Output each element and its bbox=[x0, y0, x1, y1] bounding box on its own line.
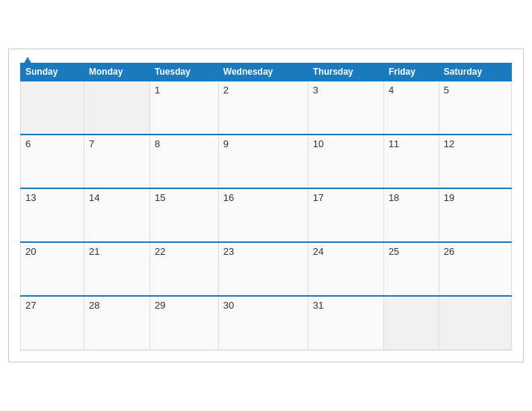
calendar-day-cell: 8 bbox=[150, 135, 219, 188]
day-number: 11 bbox=[389, 138, 399, 149]
calendar-day-cell: 9 bbox=[218, 135, 308, 188]
calendar-week-row: 6789101112 bbox=[21, 135, 512, 188]
calendar-day-cell: 3 bbox=[308, 81, 383, 135]
calendar-day-cell: 11 bbox=[383, 135, 439, 188]
day-number: 17 bbox=[313, 192, 324, 203]
weekday-header-tuesday: Tuesday bbox=[150, 64, 219, 81]
calendar-day-cell: 10 bbox=[308, 135, 383, 188]
calendar-day-cell bbox=[21, 81, 84, 135]
day-number: 8 bbox=[155, 138, 160, 149]
calendar-day-cell: 27 bbox=[21, 296, 84, 350]
calendar-week-row: 20212223242526 bbox=[21, 242, 512, 296]
day-number: 2 bbox=[223, 84, 229, 96]
day-number: 3 bbox=[313, 84, 318, 96]
day-number: 16 bbox=[223, 192, 234, 203]
day-number: 21 bbox=[89, 246, 99, 257]
calendar-day-cell: 20 bbox=[21, 242, 84, 296]
day-number: 7 bbox=[89, 138, 94, 149]
calendar-thead: SundayMondayTuesdayWednesdayThursdayFrid… bbox=[21, 64, 512, 81]
calendar-body: 1234567891011121314151617181920212223242… bbox=[21, 81, 512, 350]
calendar-day-cell: 14 bbox=[84, 188, 150, 242]
calendar-day-cell: 19 bbox=[439, 188, 511, 242]
weekday-header-thursday: Thursday bbox=[308, 64, 383, 81]
day-number: 14 bbox=[89, 192, 99, 203]
calendar-day-cell bbox=[439, 296, 511, 350]
calendar-day-cell: 12 bbox=[439, 135, 511, 188]
calendar-day-cell: 2 bbox=[218, 81, 308, 135]
weekday-header-monday: Monday bbox=[84, 64, 150, 81]
day-number: 5 bbox=[444, 84, 449, 96]
calendar-day-cell: 24 bbox=[308, 242, 383, 296]
calendar-day-cell: 16 bbox=[218, 188, 308, 242]
day-number: 13 bbox=[25, 192, 36, 203]
calendar-day-cell: 18 bbox=[383, 188, 439, 242]
day-number: 6 bbox=[25, 138, 31, 149]
weekday-header-row: SundayMondayTuesdayWednesdayThursdayFrid… bbox=[21, 64, 512, 81]
calendar-day-cell bbox=[84, 81, 150, 135]
day-number: 31 bbox=[313, 300, 324, 311]
calendar-week-row: 13141516171819 bbox=[21, 188, 512, 242]
logo-triangle-icon bbox=[22, 57, 33, 66]
calendar-day-cell: 15 bbox=[150, 188, 219, 242]
day-number: 4 bbox=[389, 84, 394, 96]
day-number: 9 bbox=[223, 138, 229, 149]
calendar-week-row: 2728293031 bbox=[21, 296, 512, 350]
calendar-container: SundayMondayTuesdayWednesdayThursdayFrid… bbox=[8, 49, 524, 362]
calendar-grid: SundayMondayTuesdayWednesdayThursdayFrid… bbox=[20, 63, 512, 350]
day-number: 10 bbox=[313, 138, 324, 149]
day-number: 24 bbox=[313, 246, 324, 257]
day-number: 28 bbox=[89, 300, 99, 311]
calendar-day-cell: 4 bbox=[383, 81, 439, 135]
calendar-day-cell: 22 bbox=[150, 242, 219, 296]
day-number: 25 bbox=[389, 246, 399, 257]
day-number: 12 bbox=[444, 138, 454, 149]
calendar-day-cell: 1 bbox=[150, 81, 219, 135]
day-number: 22 bbox=[155, 246, 165, 257]
calendar-day-cell: 28 bbox=[84, 296, 150, 350]
calendar-day-cell: 30 bbox=[218, 296, 308, 350]
logo bbox=[20, 57, 33, 67]
weekday-header-wednesday: Wednesday bbox=[218, 64, 308, 81]
calendar-day-cell bbox=[383, 296, 439, 350]
logo-blue-text bbox=[20, 57, 33, 67]
day-number: 23 bbox=[223, 246, 234, 257]
calendar-day-cell: 31 bbox=[308, 296, 383, 350]
calendar-day-cell: 5 bbox=[439, 81, 511, 135]
day-number: 30 bbox=[223, 300, 234, 311]
day-number: 18 bbox=[389, 192, 399, 203]
calendar-day-cell: 7 bbox=[84, 135, 150, 188]
calendar-day-cell: 17 bbox=[308, 188, 383, 242]
day-number: 20 bbox=[25, 246, 36, 257]
calendar-day-cell: 26 bbox=[439, 242, 511, 296]
calendar-day-cell: 29 bbox=[150, 296, 219, 350]
weekday-header-saturday: Saturday bbox=[439, 64, 511, 81]
day-number: 19 bbox=[444, 192, 454, 203]
calendar-day-cell: 23 bbox=[218, 242, 308, 296]
day-number: 15 bbox=[155, 192, 165, 203]
calendar-week-row: 12345 bbox=[21, 81, 512, 135]
calendar-day-cell: 25 bbox=[383, 242, 439, 296]
weekday-header-friday: Friday bbox=[383, 64, 439, 81]
calendar-day-cell: 6 bbox=[21, 135, 84, 188]
calendar-day-cell: 21 bbox=[84, 242, 150, 296]
day-number: 29 bbox=[155, 300, 165, 311]
day-number: 1 bbox=[155, 84, 160, 96]
day-number: 27 bbox=[25, 300, 36, 311]
calendar-day-cell: 13 bbox=[21, 188, 84, 242]
day-number: 26 bbox=[444, 246, 454, 257]
